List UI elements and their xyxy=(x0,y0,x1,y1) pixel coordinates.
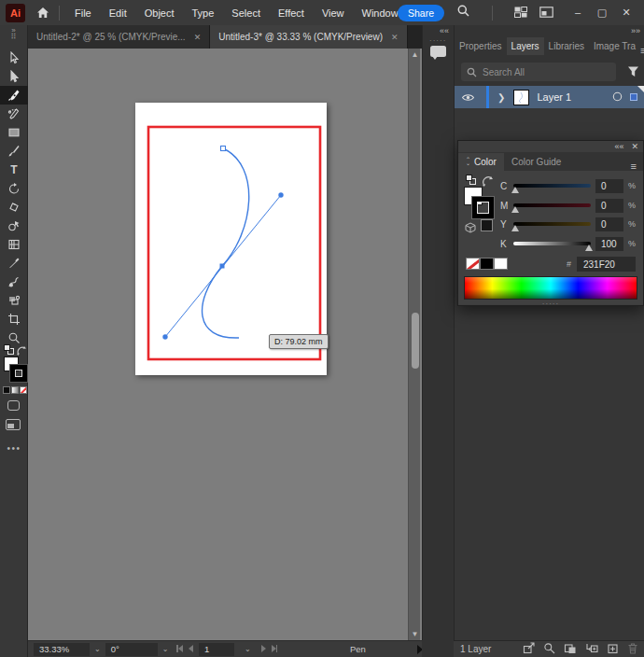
tab-layers[interactable]: Layers xyxy=(507,37,544,55)
panel-menu-icon[interactable]: ≡ xyxy=(640,46,644,55)
expand-dock-icon[interactable]: »» xyxy=(631,26,640,35)
default-fill-stroke-icon[interactable] xyxy=(4,344,14,355)
zoom-level-field[interactable]: 33.33% xyxy=(34,643,90,656)
delete-layer-icon[interactable] xyxy=(627,641,638,657)
type-tool[interactable]: T xyxy=(0,161,28,179)
paintbrush-tool[interactable] xyxy=(0,142,28,161)
slider-handle[interactable] xyxy=(585,245,593,251)
artboard-dropdown-icon[interactable]: ⌄ xyxy=(240,645,256,653)
workspace-switcher-icon[interactable] xyxy=(514,5,527,21)
pen-tool[interactable] xyxy=(0,86,28,105)
blob-brush-tool[interactable] xyxy=(0,273,28,291)
next-artboard-button[interactable] xyxy=(261,644,266,654)
none-swatch[interactable] xyxy=(466,258,480,270)
white-swatch[interactable] xyxy=(494,258,508,270)
menu-file[interactable]: File xyxy=(75,7,91,19)
color-mode-button[interactable] xyxy=(3,386,10,394)
menu-type[interactable]: Type xyxy=(192,7,215,19)
collapse-dock-icon[interactable]: «« xyxy=(440,26,449,35)
new-layer-icon[interactable] xyxy=(607,641,619,657)
cycle-color-modes-icon[interactable]: ⌃⌄ xyxy=(466,159,470,165)
slider-handle[interactable] xyxy=(511,206,519,213)
comments-panel-icon[interactable] xyxy=(430,46,446,57)
scroll-up-icon[interactable]: ▲ xyxy=(409,50,421,59)
rotate-tool[interactable] xyxy=(0,179,28,198)
artboard-number-field[interactable]: 1 xyxy=(199,643,234,656)
document-tab-untitled3[interactable]: Untitled-3* @ 33.33 % (CMYK/Preview) ✕ xyxy=(210,25,407,49)
scrollbar-thumb[interactable] xyxy=(412,313,419,369)
stroke-color-swatch[interactable] xyxy=(472,197,494,218)
close-panel-icon[interactable]: ✕ xyxy=(631,142,638,151)
target-circle-icon[interactable] xyxy=(612,89,623,105)
drawing-modes-button[interactable] xyxy=(7,400,20,411)
slider-handle[interactable] xyxy=(511,225,519,231)
edit-toolbar-button[interactable]: ••• xyxy=(0,443,28,454)
default-fill-stroke-icon[interactable] xyxy=(466,175,476,185)
cyan-slider[interactable] xyxy=(513,184,591,188)
mesh-tool[interactable] xyxy=(0,235,28,254)
expand-layer-icon[interactable]: ❯ xyxy=(497,92,505,103)
screen-mode-button[interactable] xyxy=(6,419,21,430)
share-button[interactable]: Share xyxy=(398,5,444,21)
eraser-tool[interactable] xyxy=(0,198,28,217)
tab-color[interactable]: ⌃⌄ Color xyxy=(458,153,504,171)
maximize-button[interactable]: ▢ xyxy=(590,7,614,19)
new-sublayer-icon[interactable] xyxy=(585,641,598,657)
tab-properties[interactable]: Properties xyxy=(455,37,507,55)
direct-selection-tool[interactable] xyxy=(0,67,28,86)
menu-select[interactable]: Select xyxy=(231,7,260,19)
panel-menu-icon[interactable]: ≡ xyxy=(631,161,637,171)
app-logo-icon[interactable]: Ai xyxy=(6,4,25,22)
rectangle-tool[interactable] xyxy=(0,123,28,142)
black-value-field[interactable]: 100 xyxy=(595,237,623,251)
out-of-gamut-cube-icon[interactable] xyxy=(465,220,476,237)
layer-row[interactable]: ❯ Layer 1 xyxy=(455,86,644,108)
panel-resize-grip[interactable]: ····· xyxy=(542,301,559,306)
cyan-value-field[interactable]: 0 xyxy=(595,179,623,193)
document-tab-untitled2[interactable]: Untitled-2* @ 25 % (CMYK/Previe... ✕ xyxy=(28,25,210,49)
toolbar-grip[interactable]: »⠿ xyxy=(0,25,27,40)
symbol-sprayer-tool[interactable] xyxy=(0,291,28,310)
make-clipping-mask-icon[interactable] xyxy=(564,641,577,657)
filter-icon[interactable] xyxy=(627,64,639,81)
layer-name[interactable]: Layer 1 xyxy=(537,91,571,103)
rotation-field[interactable]: 0° xyxy=(105,643,158,656)
rotation-dropdown-icon[interactable]: ⌄ xyxy=(158,645,174,653)
canvas-area[interactable]: D: 79.02 mm ▲ ▼ xyxy=(28,49,422,640)
eyedropper-tool[interactable] xyxy=(0,254,28,273)
yellow-slider[interactable] xyxy=(513,222,591,226)
dock-grip[interactable]: ····· xyxy=(429,36,446,45)
search-icon[interactable] xyxy=(456,4,470,21)
visibility-eye-icon[interactable] xyxy=(462,89,474,105)
previous-artboard-button[interactable] xyxy=(189,644,193,654)
current-tool-label[interactable]: Pen xyxy=(350,644,366,654)
menu-view[interactable]: View xyxy=(322,7,344,19)
close-button[interactable]: ✕ xyxy=(614,7,638,19)
menu-edit[interactable]: Edit xyxy=(109,7,127,19)
artboard-tool[interactable] xyxy=(0,310,28,328)
selected-art-indicator[interactable] xyxy=(630,93,637,101)
tab-close-icon[interactable]: ✕ xyxy=(194,33,202,42)
tab-libraries[interactable]: Libraries xyxy=(544,37,589,55)
zoom-dropdown-icon[interactable]: ⌄ xyxy=(90,645,105,653)
last-artboard-button[interactable] xyxy=(272,644,278,654)
collapse-panel-icon[interactable]: «« xyxy=(614,142,623,151)
hex-value-field[interactable]: 231F20 xyxy=(577,257,636,272)
closest-web-color-swatch[interactable] xyxy=(481,219,493,231)
curvature-tool[interactable] xyxy=(0,105,28,123)
menu-window[interactable]: Window xyxy=(362,7,399,19)
arrange-documents-icon[interactable] xyxy=(539,5,553,21)
slider-handle[interactable] xyxy=(511,187,519,193)
vertical-scrollbar[interactable]: ▲ ▼ xyxy=(408,49,420,640)
black-swatch[interactable] xyxy=(480,258,494,270)
tab-color-guide[interactable]: Color Guide xyxy=(504,153,568,171)
minimize-button[interactable]: – xyxy=(566,7,590,19)
first-artboard-button[interactable] xyxy=(176,644,183,654)
yellow-value-field[interactable]: 0 xyxy=(595,217,623,231)
swap-fill-stroke-icon[interactable] xyxy=(483,174,493,190)
stroke-color-swatch[interactable] xyxy=(10,365,27,382)
tab-close-icon[interactable]: ✕ xyxy=(391,33,399,42)
color-spectrum-bar[interactable] xyxy=(464,276,637,300)
color-panel-header[interactable]: «« ✕ xyxy=(458,141,643,152)
magenta-slider[interactable] xyxy=(513,203,591,207)
